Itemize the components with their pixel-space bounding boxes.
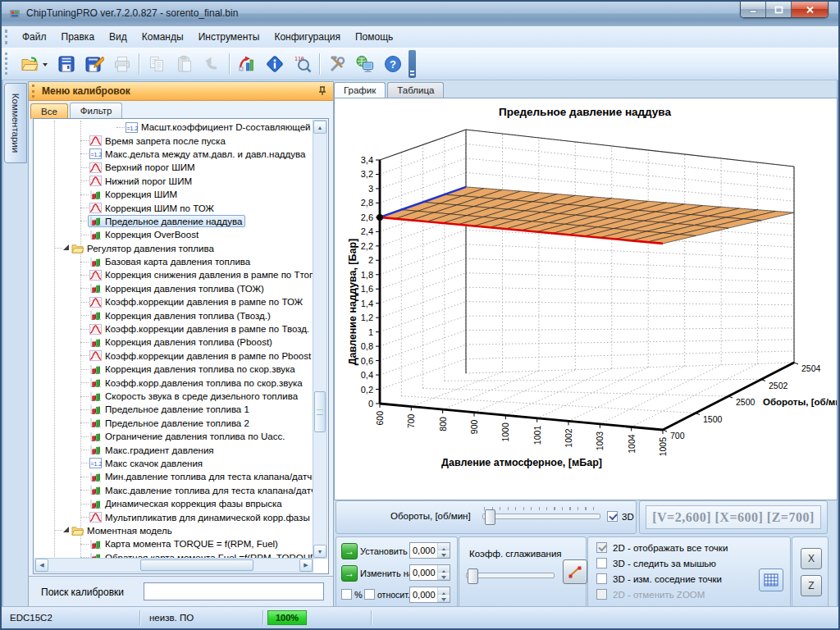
tree-item[interactable]: Коррекция снижения давления в рампе по Т… xyxy=(34,268,313,281)
close-button[interactable] xyxy=(792,2,828,17)
undo-button[interactable] xyxy=(199,51,226,76)
expander-icon[interactable] xyxy=(63,244,69,250)
expander-icon[interactable] xyxy=(63,527,69,532)
search-input[interactable] xyxy=(144,582,324,600)
tree-item[interactable]: Коррекция давления топлива (Pboost) xyxy=(34,336,313,349)
tab-chart[interactable]: График xyxy=(334,82,386,98)
scroll-down-button[interactable]: ▼ xyxy=(313,545,326,558)
smoothing-slider-track[interactable] xyxy=(466,573,555,578)
percent-checkbox[interactable] xyxy=(341,589,352,600)
apply-change-button[interactable]: → xyxy=(341,565,358,582)
horizontal-scroll-thumb[interactable] xyxy=(140,559,253,571)
tools-button[interactable] xyxy=(323,51,351,76)
menu-item-3[interactable]: Вид xyxy=(102,28,135,46)
option-checkbox-2[interactable] xyxy=(596,558,607,568)
spinner-arrows[interactable] xyxy=(437,565,450,580)
online-update-button[interactable] xyxy=(351,51,379,76)
rpm-slider-thumb[interactable] xyxy=(485,509,495,525)
dropdown-arrow-icon[interactable] xyxy=(43,63,48,69)
spinner-arrows[interactable] xyxy=(437,587,450,602)
maximize-button[interactable] xyxy=(766,2,792,17)
save-as-button[interactable] xyxy=(80,51,108,76)
tree-item[interactable]: Предельное давление топлива 1 xyxy=(34,403,313,416)
rpm-slider-track[interactable] xyxy=(482,514,600,519)
table-grid-button[interactable] xyxy=(759,568,783,591)
minimize-button[interactable] xyxy=(741,2,766,17)
comments-side-tab[interactable]: Комментарии xyxy=(4,83,27,163)
tree-item[interactable]: Коррекция OverBoost xyxy=(34,228,313,241)
title-bar[interactable]: ChipTuningPRO ver.7.2.0.827 - sorento_fi… xyxy=(2,2,838,27)
save-button[interactable] xyxy=(52,51,80,76)
hex-search-button[interactable]: 110 xyxy=(289,51,317,76)
tree-item[interactable]: Макс.градиент давления xyxy=(34,443,313,456)
file-info-button[interactable] xyxy=(261,51,289,76)
vertical-scroll-thumb[interactable] xyxy=(314,391,326,432)
tree-item[interactable]: Предельное давление наддува xyxy=(34,215,313,228)
3d-checkbox[interactable] xyxy=(607,511,618,522)
spinner-arrows[interactable] xyxy=(437,543,450,558)
tree-item[interactable]: =1.2Макс.дельта между атм.давл. и давл.н… xyxy=(34,148,313,161)
x-axis-button[interactable]: X xyxy=(801,548,822,569)
pin-icon[interactable] xyxy=(317,85,328,97)
tab-all[interactable]: Все xyxy=(30,103,68,119)
tab-filter[interactable]: Фильтр xyxy=(70,103,123,118)
tree-item[interactable]: Динамическая коррекция фазы впрыска xyxy=(34,497,313,510)
tree-item[interactable]: Коррекция ШИМ по ТОЖ xyxy=(34,201,313,214)
tree-item[interactable]: Карта момента TORQUE = f(RPM, Fuel) xyxy=(34,537,313,550)
menu-item-5[interactable]: Инструменты xyxy=(191,28,267,46)
tree-item[interactable]: Верхний порог ШИМ xyxy=(34,161,313,174)
menu-item-7[interactable]: Помощь xyxy=(348,28,400,46)
smoothing-slider-thumb[interactable] xyxy=(468,568,478,584)
tree-item[interactable]: Коэфф.корр.давления топлива по скор.звук… xyxy=(34,376,313,389)
scroll-left-button[interactable]: ◀ xyxy=(35,559,48,572)
tree-item[interactable]: =1.2Макс скачок давления xyxy=(34,457,313,470)
tree-item[interactable]: Предельное давление топлива 2 xyxy=(34,417,313,430)
tree-folder[interactable]: Моментная модель xyxy=(34,524,313,537)
tree-item[interactable]: Коррекция давления топлива (Твозд.) xyxy=(34,308,313,322)
3d-surface-chart[interactable]: 00,20,40,60,811,21,41,61,822,22,42,62,83… xyxy=(335,98,837,499)
relative-value-field[interactable]: 0,000 xyxy=(410,587,437,602)
copy-button[interactable] xyxy=(143,51,171,76)
tree-horizontal-scrollbar[interactable]: ◀ ▶ xyxy=(34,558,313,573)
z-axis-button[interactable]: Z xyxy=(801,575,822,596)
tree-item[interactable]: Коррекция давления топлива (ТОЖ) xyxy=(34,282,313,295)
scroll-up-button[interactable]: ▲ xyxy=(313,121,326,134)
menu-item-4[interactable]: Команды xyxy=(135,28,191,46)
tree-item[interactable]: Базовая карта давления топлива xyxy=(34,255,313,268)
selected-tree-item[interactable]: Предельное давление наддува xyxy=(88,215,245,227)
tree-item[interactable]: Коэфф.коррекции давления в рампе по Твоз… xyxy=(34,322,313,336)
tree-item[interactable]: =1.2Масшт.коэффициент D-составляющей (dy… xyxy=(34,121,313,134)
change-value-field[interactable]: 0,000 xyxy=(410,565,437,580)
open-file-button[interactable] xyxy=(15,51,52,76)
tree-item[interactable]: Время запрета после пуска xyxy=(34,134,313,147)
menu-item-1[interactable]: Файл xyxy=(15,28,54,46)
paste-button[interactable] xyxy=(171,51,199,76)
tree-item[interactable]: Мин.давление топлива для теста клапана/д… xyxy=(34,470,313,483)
tree-item[interactable]: Мультипликатив для динамической корр.фаз… xyxy=(34,510,313,523)
tab-table[interactable]: Таблица xyxy=(387,82,444,98)
smoothing-apply-button[interactable] xyxy=(563,559,587,584)
tree-item[interactable]: Коэфф.коррекции давления в рампе по Pboo… xyxy=(34,349,313,363)
menu-item-2[interactable]: Правка xyxy=(54,28,103,46)
tree-item[interactable]: Коррекция ШИМ xyxy=(34,188,313,201)
tree-item[interactable]: Ограничение давления топлива по Uacc. xyxy=(34,430,313,443)
tree-vertical-scrollbar[interactable]: ▲ ▼ xyxy=(313,120,327,559)
tree-item[interactable]: Скорость звука в среде дизельного топлив… xyxy=(34,390,313,403)
set-value-spinner[interactable]: 0,000 xyxy=(409,542,450,559)
help-button[interactable]: ? xyxy=(379,51,407,76)
tree-item[interactable]: Коррекция давления топлива по скор.звука xyxy=(34,363,313,376)
checksum-tool-button[interactable] xyxy=(233,51,261,76)
relative-checkbox[interactable] xyxy=(364,589,375,600)
menu-item-6[interactable]: Конфигурация xyxy=(267,28,348,46)
tree-item[interactable]: Нижний порог ШИМ xyxy=(34,175,313,188)
set-value-field[interactable]: 0,000 xyxy=(410,543,437,558)
tree-folder[interactable]: Регулятор давления топлива xyxy=(34,242,313,255)
scroll-right-button[interactable]: ▶ xyxy=(299,559,313,572)
tree-item[interactable]: Макс.давление топлива для теста клапана/… xyxy=(34,484,313,497)
relative-value-spinner[interactable]: 0,000 xyxy=(409,587,450,603)
toolbar-overflow-button[interactable] xyxy=(409,50,416,78)
tree-item[interactable]: Коэфф.коррекции давления в рампе по ТОЖ xyxy=(34,295,313,308)
option-checkbox-3[interactable] xyxy=(596,573,607,584)
apply-set-button[interactable]: → xyxy=(341,543,358,559)
change-value-spinner[interactable]: 0,000 xyxy=(409,564,450,581)
